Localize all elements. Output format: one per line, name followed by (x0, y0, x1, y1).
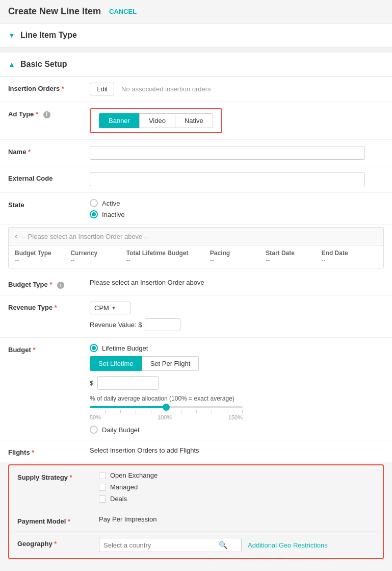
external-code-row: External Code (0, 166, 392, 193)
supply-managed-item[interactable]: Managed (99, 483, 375, 491)
tick-4 (136, 410, 136, 413)
col-pacing: Pacing -- (210, 250, 266, 264)
supply-open-exchange-item[interactable]: Open Exchange (99, 471, 375, 479)
ad-type-video-button[interactable]: Video (139, 113, 175, 128)
budget-lifetime-label: Lifetime Budget (102, 344, 148, 352)
col-total-lifetime-header: Total Lifetime Budget (126, 250, 210, 257)
ad-type-control: Banner Video Native (90, 108, 384, 133)
payment-model-label: Payment Model * (17, 515, 99, 525)
insertion-orders-required: * (62, 85, 64, 92)
state-inactive-radio[interactable] (90, 210, 98, 218)
geography-required: * (54, 540, 57, 548)
name-control (90, 146, 384, 160)
cancel-link[interactable]: CANCEL (109, 8, 137, 15)
flights-label: Flights * (8, 446, 90, 456)
state-control: Active Inactive (90, 199, 384, 218)
supply-payment-geo-section: Supply Strategy * Open Exchange Managed … (8, 464, 384, 559)
basic-setup-section: ▲ Basic Setup Insertion Orders * Edit No… (0, 53, 392, 462)
supply-deals-checkbox[interactable] (99, 495, 106, 503)
budget-daily-label: Daily Budget (102, 426, 140, 434)
col-currency-value: -- (70, 257, 126, 264)
col-currency: Currency -- (70, 250, 126, 264)
name-row: Name * (0, 140, 392, 166)
ad-type-info-icon[interactable]: i (43, 111, 50, 118)
col-total-lifetime: Total Lifetime Budget -- (126, 250, 210, 264)
section-divider-1 (0, 48, 392, 53)
col-total-lifetime-value: -- (126, 257, 210, 264)
insertion-orders-label: Insertion Orders * (8, 83, 90, 92)
ad-type-native-button[interactable]: Native (175, 113, 213, 128)
line-item-type-title: Line Item Type (20, 31, 77, 40)
line-item-type-header[interactable]: ▼ Line Item Type (0, 23, 392, 47)
name-label: Name * (8, 146, 90, 156)
set-per-flight-button[interactable]: Set Per Flight (142, 356, 199, 371)
ad-type-row: Ad Type * i Banner Video Native (0, 102, 392, 140)
budget-daily-radio[interactable] (90, 426, 98, 434)
line-item-type-section: ▼ Line Item Type (0, 23, 392, 47)
payment-model-required: * (68, 517, 70, 525)
budget-type-label: Budget Type * i (8, 279, 90, 289)
tick-10 (227, 410, 227, 413)
state-active-radio[interactable] (90, 199, 98, 207)
insertion-orders-control: Edit No associated insertion orders (90, 83, 384, 95)
no-orders-text: No associated insertion orders (121, 85, 211, 93)
panel-nav-button[interactable]: ‹ (15, 232, 17, 241)
external-code-label: External Code (8, 172, 90, 182)
tick-11 (242, 410, 243, 413)
tick-5 (151, 410, 151, 413)
budget-type-message: Please select an Insertion Order above (90, 279, 204, 286)
col-start-date: Start Date -- (266, 250, 321, 264)
name-input[interactable] (90, 146, 365, 160)
tick-9 (212, 410, 212, 413)
supply-strategy-checkbox-group: Open Exchange Managed Deals (99, 471, 375, 503)
budget-lifetime-item[interactable]: Lifetime Budget (90, 344, 384, 352)
set-lifetime-button[interactable]: Set Lifetime (90, 356, 142, 371)
budget-type-info-icon[interactable]: i (57, 282, 64, 289)
basic-setup-header[interactable]: ▲ Basic Setup (0, 53, 392, 77)
budget-amount-input[interactable] (97, 376, 159, 390)
budget-slider-track[interactable] (90, 406, 243, 408)
slider-tick-100: 100% (158, 414, 172, 420)
state-label: State (8, 199, 90, 209)
budget-daily-item[interactable]: Daily Budget (90, 426, 384, 434)
name-required: * (28, 148, 31, 156)
revenue-type-row: Revenue Type * CPM ▼ Revenue Value: $ (0, 295, 392, 338)
revenue-type-select[interactable]: CPM ▼ (90, 302, 130, 314)
revenue-value-input[interactable] (145, 318, 180, 331)
budget-lifetime-radio[interactable] (90, 344, 98, 352)
supply-strategy-required: * (70, 474, 72, 481)
supply-managed-label: Managed (110, 483, 138, 491)
additional-geo-link[interactable]: Additional Geo Restrictions (248, 541, 328, 549)
supply-managed-checkbox[interactable] (99, 484, 106, 491)
tick-7 (181, 410, 181, 413)
ad-type-banner-button[interactable]: Banner (99, 113, 139, 128)
budget-control: Lifetime Budget Set Lifetime Set Per Fli… (90, 344, 384, 434)
payment-model-value: Pay Per Impression (99, 515, 156, 523)
tick-3 (120, 410, 121, 413)
geography-label: Geography * (17, 538, 99, 548)
state-inactive-item[interactable]: Inactive (90, 210, 384, 218)
col-start-date-header: Start Date (266, 250, 321, 257)
state-radio-group: Active Inactive (90, 199, 384, 218)
budget-type-row: Budget Type * i Please select an Inserti… (0, 272, 392, 295)
page-header: Create New Line Item CANCEL (0, 0, 392, 23)
tick-8 (196, 410, 197, 413)
geo-search-input[interactable] (103, 541, 216, 549)
table-panel-header: ‹ -- Please select an Insertion Order ab… (9, 228, 383, 245)
state-active-item[interactable]: Active (90, 199, 384, 207)
payment-model-control: Pay Per Impression (99, 515, 375, 523)
supply-deals-item[interactable]: Deals (99, 495, 375, 503)
external-code-input[interactable] (90, 172, 365, 186)
edit-insertion-orders-button[interactable]: Edit (90, 83, 114, 95)
revenue-type-arrow: ▼ (111, 305, 116, 311)
slider-thumb[interactable] (163, 404, 170, 411)
budget-required: * (33, 346, 35, 354)
supply-strategy-label: Supply Strategy * (17, 471, 99, 481)
geography-control: 🔍 Additional Geo Restrictions (99, 538, 375, 552)
external-code-control (90, 172, 384, 186)
tick-2 (105, 410, 106, 413)
supply-open-exchange-checkbox[interactable] (99, 472, 106, 479)
geo-input-wrapper[interactable]: 🔍 (99, 538, 242, 552)
budget-label: Budget * (8, 344, 90, 354)
budget-amount-row: $ (90, 376, 384, 390)
